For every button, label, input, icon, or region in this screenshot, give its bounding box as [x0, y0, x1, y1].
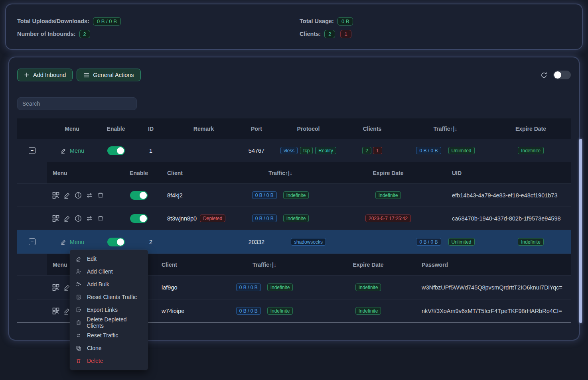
traffic-tag: 0 B / 0 B — [236, 307, 261, 315]
inbound-menu-button[interactable]: Menu — [60, 238, 84, 246]
context-menu-item-label: Delete Depleted Clients — [87, 316, 142, 329]
expire-tag: Indefinite — [355, 307, 381, 315]
inbound-row-1: − Menu 1 54767 vless tcp Reality 2 — [17, 139, 571, 162]
inbound-port: 20332 — [241, 230, 272, 254]
inbound-remark — [167, 230, 241, 254]
inbound-enable-toggle[interactable] — [107, 238, 125, 246]
traffic-limit-tag: Unlimited — [448, 238, 475, 246]
edit-icon[interactable] — [63, 215, 71, 222]
traffic-limit-tag: Indefinite — [283, 191, 309, 199]
header-client: Client — [157, 162, 221, 183]
qr-code-icon[interactable] — [52, 191, 60, 199]
collapse-row-button[interactable]: − — [29, 238, 36, 245]
security-tag: Reality — [315, 147, 336, 154]
general-actions-button[interactable]: General Actions — [77, 69, 140, 81]
qr-code-icon[interactable] — [52, 307, 60, 315]
context-menu-item-label: Edit — [87, 256, 97, 262]
client-row-8f4kj2: 8f4kj2 0 B / 0 B Indefinite Indefinite e… — [17, 184, 571, 207]
menu-lines-icon — [83, 73, 89, 78]
header-uid: UID — [436, 162, 571, 183]
qr-code-icon[interactable] — [52, 284, 60, 291]
context-menu-item-add-bulk[interactable]: Add Bulk — [70, 278, 148, 291]
info-icon[interactable] — [74, 215, 82, 222]
stats-panel: Total Uploads/Downloads: 0 B / 0 B Numbe… — [6, 4, 582, 49]
stat-number-of-inbounds: Number of Inbounds: 2 — [17, 28, 300, 40]
reset-traffic-icon[interactable] — [85, 215, 93, 222]
client-enable-toggle[interactable] — [130, 214, 148, 223]
collapse-row-button[interactable]: − — [29, 147, 36, 154]
trash-icon — [76, 358, 82, 364]
header-traffic[interactable]: Traffic↑|↓ — [213, 254, 316, 275]
traffic-limit-tag: Indefinite — [283, 215, 309, 222]
trash-icon[interactable] — [97, 215, 105, 222]
xui-panel-page: Total Uploads/Downloads: 0 B / 0 B Numbe… — [0, 0, 588, 380]
header-traffic[interactable]: Traffic↑|↓ — [221, 162, 340, 183]
context-menu-item-delete[interactable]: Delete — [70, 354, 148, 367]
header-menu: Menu — [47, 162, 121, 183]
user-add-icon — [76, 269, 82, 274]
header-enable: Enable — [121, 162, 157, 183]
inbound-id: 1 — [135, 139, 167, 162]
info-icon[interactable] — [74, 191, 82, 199]
stat-total-uploads-downloads: Total Uploads/Downloads: 0 B / 0 B — [17, 15, 300, 28]
expire-tag: Indefinite — [518, 147, 544, 154]
header-protocol: Protocol — [272, 118, 344, 139]
context-menu-item-label: Delete — [87, 358, 103, 364]
stat-value-badge: 2 — [79, 30, 90, 38]
traffic-limit-tag: Unlimited — [448, 147, 475, 154]
client-password: nkV/I/3XoAm9v6xMT/T5IcrF4TpeTKF98rHARbRo… — [420, 299, 571, 322]
edit-icon — [60, 238, 67, 246]
refresh-icon[interactable] — [540, 71, 548, 79]
traffic-tag: 0 B / 0 B — [236, 284, 261, 291]
header-expire-date: Expire Date — [491, 118, 571, 139]
client-enable-toggle[interactable] — [130, 191, 148, 200]
qr-code-icon[interactable] — [52, 215, 60, 222]
traffic-limit-tag: Indefinite — [267, 307, 293, 315]
stat-clients: Clients: 2 1 — [300, 28, 582, 40]
inbound-remark — [167, 139, 241, 162]
dark-mode-toggle[interactable] — [553, 71, 571, 79]
page-scrollbar-thumb[interactable] — [579, 139, 582, 323]
vless-clients-header: Menu Enable Client Traffic↑|↓ Expire Dat… — [17, 162, 571, 184]
clients-depleted-tag: 1 — [373, 147, 382, 154]
client-password: w3NfbzUPf5WWd745Q8pvsmQrdrttT2IO6knuI7Di… — [420, 276, 571, 299]
edit-icon — [76, 256, 82, 262]
context-menu-item-label: Add Bulk — [87, 281, 109, 287]
client-name: laf9go — [157, 276, 213, 299]
context-menu-item-export-links[interactable]: Export Links — [70, 303, 148, 316]
edit-icon[interactable] — [63, 191, 71, 199]
inbound-enable-toggle[interactable] — [107, 146, 125, 155]
header-expire-date: Expire Date — [316, 254, 420, 275]
reset-traffic-icon[interactable] — [85, 191, 93, 199]
context-menu-item-clone[interactable]: Clone — [70, 342, 148, 354]
context-menu-item-delete-depleted-clients[interactable]: Delete Depleted Clients — [70, 316, 148, 329]
stat-value-badge: 0 B — [337, 17, 353, 26]
context-menu-item-label: Add Client — [87, 268, 113, 275]
inbound-menu-button[interactable]: Menu — [60, 147, 84, 154]
context-menu-item-label: Export Links — [87, 307, 118, 313]
client-name: 8t3wjnn8p0 — [167, 215, 197, 222]
search-input[interactable] — [17, 97, 137, 110]
header-traffic[interactable]: Traffic↑|↓ — [400, 118, 491, 139]
add-inbound-button[interactable]: Add Inbound — [17, 69, 73, 81]
traffic-tag: 0 B / 0 B — [416, 147, 441, 154]
context-menu-item-reset-clients-traffic[interactable]: Reset Clients Traffic — [70, 291, 148, 303]
traffic-tag: 0 B / 0 B — [252, 191, 277, 199]
trash-icon[interactable] — [97, 191, 105, 199]
inbounds-table-header: Menu Enable ID Remark Port Protocol Clie… — [17, 118, 571, 139]
toolbar: Add Inbound General Actions — [17, 69, 571, 81]
header-enable: Enable — [97, 118, 135, 139]
context-menu-item-add-client[interactable]: Add Client — [70, 265, 148, 278]
header-remark: Remark — [167, 118, 241, 139]
edit-icon — [60, 147, 67, 154]
sync-icon — [76, 333, 82, 338]
context-menu-item-reset-traffic[interactable]: Reset Traffic — [70, 329, 148, 342]
user-delete-icon — [76, 320, 81, 325]
clients-depleted-badge: 1 — [340, 30, 351, 38]
export-icon — [76, 307, 82, 313]
clients-active-badge: 2 — [324, 30, 335, 38]
users-add-icon — [76, 282, 82, 287]
context-menu-item-label: Reset Traffic — [87, 332, 118, 339]
protocol-tag: vless — [280, 147, 298, 154]
context-menu-item-edit[interactable]: Edit — [70, 252, 148, 265]
